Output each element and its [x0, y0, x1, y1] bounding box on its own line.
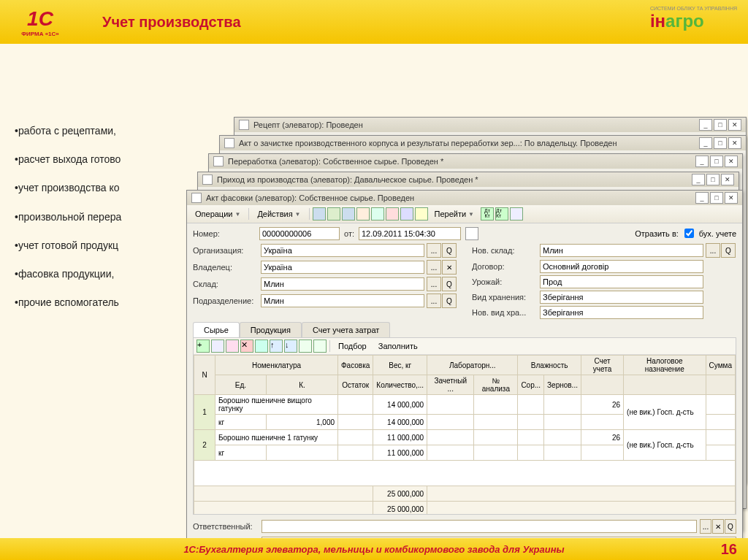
- help-icon[interactable]: [415, 207, 428, 220]
- col-n[interactable]: N: [194, 356, 215, 395]
- clear-button[interactable]: ✕: [442, 260, 457, 275]
- close-button[interactable]: ✕: [725, 156, 738, 167]
- calendar-icon[interactable]: [465, 227, 478, 240]
- refresh-icon[interactable]: [327, 207, 340, 220]
- col-sum[interactable]: Сумма: [706, 356, 735, 375]
- open-button[interactable]: Q: [442, 294, 457, 308]
- structure-icon[interactable]: [356, 207, 370, 220]
- move-up-icon[interactable]: ↑: [270, 340, 283, 353]
- col-weight[interactable]: Вес, кг: [373, 356, 427, 375]
- sort-desc-icon[interactable]: [313, 340, 327, 353]
- col-analysis[interactable]: № анализа: [474, 375, 518, 395]
- responsible-input[interactable]: [262, 520, 697, 533]
- tree-icon[interactable]: [400, 207, 413, 220]
- basis-icon[interactable]: [371, 207, 384, 220]
- novvid-input[interactable]: [540, 306, 703, 319]
- items-grid[interactable]: N Номенклатура Фасовка Вес, кг Лаборатор…: [194, 355, 736, 514]
- close-button[interactable]: ✕: [725, 192, 738, 204]
- window-title: Рецепт (элеватор): Проведен: [253, 120, 695, 129]
- open-button[interactable]: Q: [721, 243, 736, 258]
- close-button[interactable]: ✕: [728, 119, 741, 131]
- number-input[interactable]: [259, 227, 340, 240]
- bullet-item: •произвольной перера: [15, 203, 121, 231]
- minimize-button[interactable]: _: [699, 119, 712, 131]
- sort-asc-icon[interactable]: [299, 340, 312, 353]
- col-k[interactable]: К.: [266, 375, 337, 395]
- report-icon[interactable]: [510, 207, 523, 220]
- pick-button[interactable]: Подбор: [333, 339, 372, 353]
- select-button[interactable]: ...: [706, 243, 720, 258]
- table-row[interactable]: 1 Борошно пшеничне вищого гатунку 14 000…: [194, 395, 736, 415]
- open-button[interactable]: Q: [725, 519, 736, 534]
- clear-button[interactable]: ✕: [712, 519, 724, 534]
- flag-icon[interactable]: [386, 207, 399, 220]
- window-icon: [224, 138, 234, 148]
- post-doc-icon[interactable]: [342, 207, 355, 220]
- maximize-button[interactable]: □: [710, 156, 723, 167]
- copy-icon[interactable]: [211, 340, 224, 353]
- dt-nu-icon[interactable]: ДтКт: [495, 207, 508, 220]
- urozhai-label: Урожай:: [472, 277, 538, 286]
- col-remain[interactable]: Остаток: [338, 375, 373, 395]
- tab-products[interactable]: Продукция: [240, 322, 302, 337]
- col-grain[interactable]: Зернов...: [544, 375, 581, 395]
- owner-input[interactable]: [261, 261, 424, 274]
- tab-raw[interactable]: Сырье: [193, 322, 240, 337]
- goto-menu[interactable]: Перейти▼: [430, 207, 480, 221]
- novsklad-input[interactable]: [540, 244, 703, 257]
- maximize-button[interactable]: □: [710, 192, 723, 204]
- date-input[interactable]: [359, 227, 461, 240]
- maximize-button[interactable]: □: [714, 137, 727, 149]
- tab-bar: Сырье Продукция Счет учета затрат: [193, 322, 736, 337]
- col-sor[interactable]: Сор...: [518, 375, 544, 395]
- open-button[interactable]: Q: [442, 243, 457, 258]
- novsklad-label: Нов. склад:: [472, 246, 538, 255]
- select-button[interactable]: ...: [427, 277, 441, 291]
- tab-cost-account[interactable]: Счет учета затрат: [302, 322, 390, 337]
- accounting-checkbox[interactable]: [684, 229, 694, 238]
- col-nomenclature[interactable]: Номенклатура: [215, 356, 338, 375]
- col-credit[interactable]: Зачетный ...: [427, 375, 474, 395]
- col-qty[interactable]: Количество,...: [373, 375, 427, 395]
- fill-button[interactable]: Заполнить: [373, 339, 423, 353]
- select-button[interactable]: ...: [427, 294, 441, 308]
- select-button[interactable]: ...: [427, 243, 441, 258]
- edit-icon[interactable]: [226, 340, 239, 353]
- col-packing[interactable]: Фасовка: [338, 356, 373, 375]
- col-humidity[interactable]: Влажность: [518, 356, 581, 375]
- actions-menu[interactable]: Действия▼: [252, 207, 305, 221]
- maximize-button[interactable]: □: [714, 119, 727, 131]
- post-icon[interactable]: [313, 207, 326, 220]
- dogovor-input[interactable]: [540, 260, 703, 273]
- col-lab[interactable]: Лабораторн...: [427, 356, 518, 375]
- col-tax[interactable]: Налоговое назначение: [624, 356, 706, 375]
- minimize-button[interactable]: _: [692, 174, 705, 185]
- inagro-logo: СИСТЕМИ ОБЛІКУ ТА УПРАВЛІННЯ інагро: [650, 6, 737, 31]
- refresh-grid-icon[interactable]: [255, 340, 268, 353]
- podr-input[interactable]: [261, 294, 424, 307]
- podr-label: Подразделение:: [193, 296, 259, 305]
- table-row[interactable]: 2 Борошно пшеничне 1 гатунку 11 000,000 …: [194, 430, 736, 445]
- minimize-button[interactable]: _: [695, 192, 709, 204]
- minimize-button[interactable]: _: [695, 156, 709, 167]
- move-down-icon[interactable]: ↓: [284, 340, 297, 353]
- select-button[interactable]: ...: [700, 519, 711, 534]
- open-button[interactable]: Q: [442, 277, 457, 291]
- reflect-section: Отразить в: бух. учете: [635, 226, 736, 240]
- window-packing-act[interactable]: Акт фасовки (элеватор): Собственное сырь…: [186, 190, 743, 560]
- operations-menu[interactable]: Операции▼: [190, 207, 245, 221]
- urozhai-input[interactable]: [540, 275, 703, 288]
- sklad-input[interactable]: [261, 277, 424, 291]
- org-input[interactable]: [261, 244, 424, 257]
- delete-icon[interactable]: ✕: [240, 340, 253, 353]
- maximize-button[interactable]: □: [706, 174, 720, 185]
- close-button[interactable]: ✕: [721, 174, 734, 185]
- add-icon[interactable]: +: [196, 340, 210, 353]
- vidhran-input[interactable]: [540, 291, 703, 304]
- select-button[interactable]: ...: [427, 260, 441, 275]
- col-account[interactable]: Счет учета: [581, 356, 623, 375]
- col-unit[interactable]: Ед.: [215, 375, 267, 395]
- close-button[interactable]: ✕: [728, 137, 741, 149]
- minimize-button[interactable]: _: [699, 137, 712, 149]
- dt-icon[interactable]: ДтКт: [481, 207, 494, 220]
